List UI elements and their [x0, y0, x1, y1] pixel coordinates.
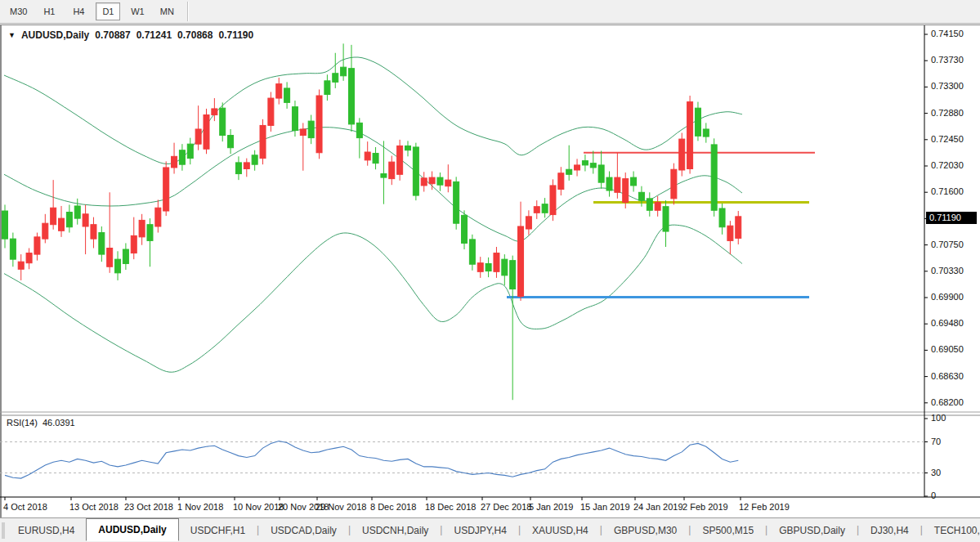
tab-eurusd-h4[interactable]: EURUSD,H4 [7, 521, 86, 540]
price-axis-label: 0.69050 [931, 344, 964, 354]
price-axis-label: 0.72030 [931, 160, 964, 170]
tab-gbpusd-m30[interactable]: GBPUSD,M30 [602, 521, 688, 540]
chart-low-value: 0.70868 [177, 29, 213, 41]
tab-sp500-m15[interactable]: SP500,M15 [691, 521, 765, 540]
rsi-pane [0, 441, 924, 479]
rsi-axis-label: 30 [931, 468, 941, 477]
date-axis-label: 27 Dec 2018 [481, 502, 531, 512]
price-axis-label: 0.69900 [931, 292, 964, 302]
chart-high-value: 0.71241 [136, 29, 172, 41]
tab-usdjpy-h4[interactable]: USDJPY,H4 [442, 521, 517, 540]
tab-usdchf-h1[interactable]: USDCHF,H1 [179, 521, 257, 540]
price-axis-label: 0.72880 [931, 108, 964, 118]
chart-title: ▼ AUDUSD,Daily 0.70887 0.71241 0.70868 0… [8, 29, 253, 41]
current-price-badge: 0.71190 [926, 212, 977, 224]
tab-audusd-daily[interactable]: AUDUSD,Daily [86, 518, 178, 541]
date-axis-label: 8 Dec 2018 [370, 502, 416, 512]
tab-usdcad-daily[interactable]: USDCAD,Daily [259, 521, 348, 540]
rsi-axis-label: 100 [931, 413, 946, 423]
chart-symbol-label: AUDUSD,Daily [21, 29, 89, 41]
price-axis-label: 0.74150 [931, 29, 964, 38]
rsi-value: 46.0391 [43, 418, 75, 428]
rsi-indicator-label: RSI(14) 46.0391 [7, 418, 75, 428]
chevron-down-icon[interactable]: ▼ [8, 31, 16, 39]
date-axis-label: 10 Nov 2018 [233, 502, 284, 512]
date-axis-label: 29 Nov 2018 [315, 502, 366, 512]
tabs-container: EURUSD,H4AUDUSD,DailyUSDCHF,H1|USDCAD,Da… [7, 521, 980, 541]
rsi-name: RSI(14) [7, 418, 38, 428]
date-axis-label: 23 Oct 2018 [124, 502, 173, 512]
price-chart-canvas[interactable] [0, 0, 980, 542]
chart-close-value: 0.71190 [218, 29, 253, 41]
rsi-axis-label: 70 [931, 437, 941, 446]
tabbar-grip [2, 522, 5, 539]
price-axis-label: 0.68200 [931, 397, 964, 407]
price-axis-label: 0.72450 [931, 134, 964, 144]
tab-gbpusd-daily[interactable]: GBPUSD,Daily [767, 521, 857, 540]
date-axis-label: 1 Nov 2018 [177, 502, 223, 512]
price-axis-label: 0.70750 [931, 240, 964, 249]
price-axis-label: 0.68630 [931, 371, 964, 381]
symbol-tab-bar: EURUSD,H4AUDUSD,DailyUSDCHF,H1|USDCAD,Da… [0, 517, 980, 542]
date-axis-label: 15 Jan 2019 [580, 502, 630, 512]
date-axis-label: 5 Jan 2019 [529, 502, 573, 512]
price-axis-label: 0.70330 [931, 266, 964, 275]
bollinger-upper-band [4, 57, 742, 164]
main-pane [2, 43, 816, 400]
tab-dj30-h4[interactable]: DJ30,H4 [859, 521, 920, 540]
price-axis-label: 0.69480 [931, 318, 964, 328]
bollinger-lower-band [4, 225, 742, 372]
date-axis-label: 13 Oct 2018 [69, 502, 119, 512]
date-axis-label: 12 Feb 2019 [739, 502, 790, 512]
date-axis-label: 4 Oct 2018 [3, 502, 47, 512]
tab-xauusd-h4[interactable]: XAUUSD,H4 [521, 521, 600, 540]
date-axis-label: 24 Jan 2019 [633, 502, 683, 512]
date-axis-label: 2 Feb 2019 [682, 502, 728, 512]
tab-usdcnh-daily[interactable]: USDCNH,Daily [351, 521, 440, 540]
rsi-axis-label: 0 [931, 490, 936, 500]
tab-tech100-h1[interactable]: TECH100,H1 [923, 521, 980, 540]
price-axis-label: 0.73730 [931, 55, 964, 65]
price-axis-label: 0.73300 [931, 81, 964, 91]
date-axis-label: 18 Dec 2018 [425, 502, 476, 512]
price-axis-label: 0.71600 [931, 186, 964, 196]
chart-open-value: 0.70887 [95, 29, 130, 41]
